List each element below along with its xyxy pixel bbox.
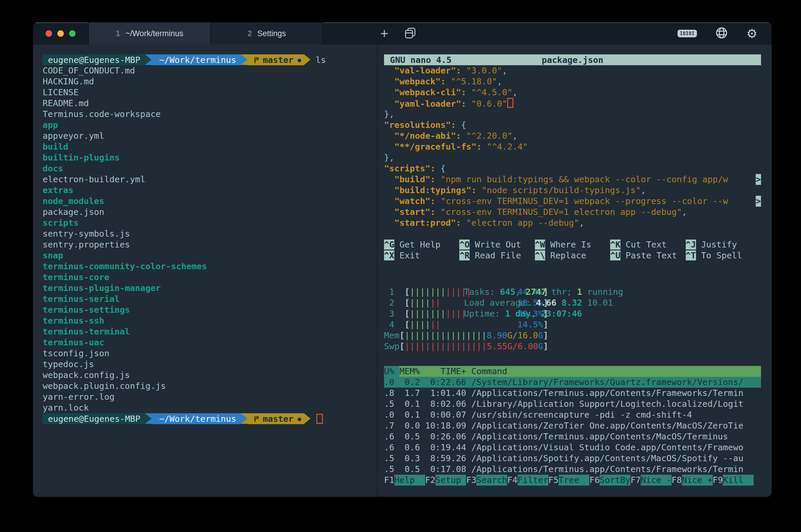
process-row[interactable]: .8 1.7 1:01.40 /Applications/Terminus.ap…	[384, 388, 761, 399]
settings-gear-icon[interactable]: ⚙	[746, 26, 758, 41]
tab-number: 1	[116, 29, 120, 38]
fkey-label: Kill	[723, 475, 754, 486]
nano-title-bar: package.json GNU nano 4.5	[384, 54, 761, 65]
process-row[interactable]: .6 0.6 0:19.44 /Applications/Visual Stud…	[384, 442, 761, 453]
shortcut-key: ^X	[384, 250, 394, 261]
shortcut-label: Replace	[545, 250, 586, 261]
tab-number: 2	[247, 29, 252, 38]
shortcut-key: ^G	[384, 240, 394, 249]
process-row[interactable]: .5 0.5 0:17.08 /Applications/Terminus.ap…	[384, 464, 761, 475]
shortcut-label: Get Help	[394, 240, 441, 249]
file-entry: terminus-core	[43, 272, 377, 283]
file-entry: LICENSE	[43, 87, 377, 98]
nano-line: "webpack-cli": "^4.5.0",	[384, 87, 761, 98]
close-button[interactable]	[45, 30, 52, 37]
process-table-header[interactable]: U% MEM% TIME+ Command	[384, 366, 761, 377]
table-header-columns: MEM% TIME+ Command	[399, 366, 761, 377]
file-entry: README.md	[43, 98, 377, 109]
fkey-label: Nice +	[682, 475, 713, 486]
nano-filename: package.json	[384, 55, 761, 65]
file-entry: node_modules	[43, 196, 377, 207]
tab-title: Settings	[257, 29, 286, 38]
serial-keyboard-icon[interactable]: IOIOI	[677, 30, 697, 37]
nano-shortcut: ^\ Replace	[535, 250, 610, 261]
file-entry: extras	[43, 185, 377, 196]
file-entry: terminus-serial	[43, 293, 377, 304]
shortcut-label: Cut Text	[620, 240, 667, 249]
nano-editor-content: "val-loader": "3.0.0", "webpack": "^5.18…	[384, 65, 761, 228]
meter-line: 4 [|||||| 14.5%]	[384, 319, 761, 330]
terminus-window: 1 ~/Work/terminus 2 Settings + IOIOI	[33, 22, 771, 497]
file-entry: CODE_OF_CONDUCT.md	[43, 65, 377, 76]
file-entry: terminus-uac	[43, 337, 377, 348]
file-entry: terminus-plugin-manager	[43, 283, 377, 293]
globe-icon[interactable]	[715, 26, 728, 41]
file-entry: typedoc.js	[43, 359, 377, 370]
shell-prompt: eugene@Eugenes-MBP ~/Work/terminus maste…	[43, 54, 377, 65]
nano-line: "val-loader": "3.0.0",	[384, 65, 761, 76]
file-entry: yarn-error.log	[43, 392, 377, 402]
stat-line: Load average: 4.66 8.32 10.01	[464, 298, 623, 308]
process-row[interactable]: .7 0.0 10:18.09 /Applications/ZeroTier O…	[384, 420, 761, 431]
fkey-number: F6	[589, 475, 600, 486]
duplicate-tab-icon[interactable]	[404, 27, 416, 40]
nano-line: "watch": "cross-env TERMINUS_DEV=1 webpa…	[384, 196, 761, 207]
shortcut-label: Justify	[696, 240, 737, 249]
minimize-button[interactable]	[57, 30, 64, 37]
file-entry: webpack.config.js	[43, 370, 377, 381]
typed-command: ls	[311, 55, 326, 65]
nano-shortcut: ^X Exit	[384, 250, 459, 261]
nano-line: },	[384, 152, 761, 163]
file-entry: snap	[43, 250, 377, 261]
terminal-cursor	[316, 414, 323, 424]
prompt-user-segment: eugene@Eugenes-MBP	[43, 413, 145, 424]
stat-line: Uptime: 1 day, 23:07:46	[464, 308, 623, 319]
fkey-number: F8	[672, 475, 682, 486]
terminal-pane-shell[interactable]: eugene@Eugenes-MBP ~/Work/terminus maste…	[33, 45, 377, 497]
process-row[interactable]: .5 0.3 8:59.26 /Applications/Spotify.app…	[384, 453, 761, 464]
prompt-path-segment: ~/Work/terminus	[151, 54, 241, 65]
meter-line: Mem[||||||||||||||||8.90G/16.0G]	[384, 330, 761, 341]
process-row[interactable]: .6 0.5 0:26.06 /Applications/Terminus.ap…	[384, 431, 761, 442]
new-tab-button[interactable]: +	[376, 26, 393, 41]
nano-line: "yaml-loader": "0.6.0"	[384, 98, 761, 109]
shortcut-key: ^U	[610, 250, 620, 261]
stat-line: Tasks: 645, 2747 thr; 1 running	[464, 287, 623, 298]
shortcut-key: ^\	[535, 250, 545, 261]
shortcut-label: Exit	[394, 250, 420, 261]
tab-1-terminal[interactable]: 1 ~/Work/terminus	[88, 22, 211, 45]
process-table: .0 0.2 0:22.66 /System/Library/Framework…	[384, 377, 761, 475]
file-entry: electron-builder.yml	[43, 174, 377, 185]
nano-shortcut: ^W Where Is	[535, 239, 610, 250]
process-row[interactable]: .5 0.1 8:02.06 /Library/Application Supp…	[384, 399, 761, 410]
htop-stats: Tasks: 645, 2747 thr; 1 runningLoad aver…	[464, 287, 623, 319]
terminal-pane-right[interactable]: package.json GNU nano 4.5 "val-loader": …	[377, 45, 771, 497]
line-continuation-marker: >	[756, 174, 761, 185]
fkey-number: F7	[631, 475, 641, 486]
tab-2-settings[interactable]: 2 Settings	[211, 22, 323, 45]
prompt-git-segment: master●	[247, 54, 304, 65]
nano-shortcut: ^J Justify	[686, 239, 761, 250]
nano-line: },	[384, 109, 761, 120]
file-entry: docs	[43, 163, 377, 174]
process-row[interactable]: .0 0.1 0:00.07 /usr/sbin/screencapture -…	[384, 410, 761, 420]
ls-output: CODE_OF_CONDUCT.mdHACKING.mdLICENSEREADM…	[43, 65, 377, 413]
nano-shortcut: ^T To Spell	[686, 250, 761, 261]
fkey-label: Help	[394, 475, 425, 486]
prompt-user-segment: eugene@Eugenes-MBP	[43, 54, 145, 65]
prompt-path-segment: ~/Work/terminus	[151, 413, 241, 424]
zoom-button[interactable]	[69, 30, 76, 37]
sort-column-header[interactable]: U%	[384, 366, 399, 377]
file-entry: terminus-terminal	[43, 326, 377, 337]
process-row[interactable]: .0 0.2 0:22.66 /System/Library/Framework…	[384, 377, 761, 388]
fkey-label: Nice -	[641, 475, 672, 486]
fkey-number: F2	[425, 475, 435, 486]
fkey-label: Setup	[435, 475, 466, 486]
file-entry: tsconfig.json	[43, 348, 377, 359]
shortcut-key: ^W	[535, 240, 545, 249]
fkey-number: F3	[466, 475, 477, 486]
shortcut-label: Read File	[470, 250, 521, 261]
shortcut-label: Where Is	[545, 240, 591, 249]
shortcut-label: Write Out	[470, 240, 521, 249]
htop-meters-area: 1 [|||||||||||| 44.4%] 2 [|||||| 18.5%] …	[384, 287, 761, 352]
